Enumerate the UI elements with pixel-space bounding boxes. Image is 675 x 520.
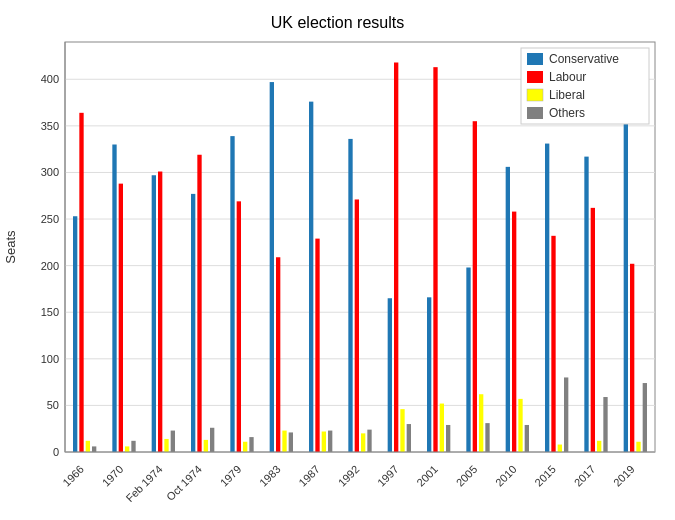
svg-rect-85 (584, 157, 588, 452)
svg-rect-102 (527, 89, 543, 101)
svg-text:300: 300 (41, 166, 59, 178)
chart-container: UK election results 05010015020025030035… (0, 0, 675, 520)
svg-text:Feb 1974: Feb 1974 (123, 463, 164, 504)
svg-rect-66 (433, 67, 437, 452)
svg-rect-87 (597, 441, 601, 452)
svg-text:Conservative: Conservative (549, 52, 619, 66)
svg-text:200: 200 (41, 260, 59, 272)
svg-rect-58 (367, 430, 371, 452)
svg-rect-62 (400, 409, 404, 452)
svg-text:2019: 2019 (611, 463, 637, 489)
svg-rect-52 (322, 432, 326, 453)
svg-text:2010: 2010 (493, 463, 519, 489)
svg-rect-42 (243, 442, 247, 452)
svg-text:1992: 1992 (336, 463, 362, 489)
svg-text:2015: 2015 (532, 463, 558, 489)
svg-text:Labour: Labour (549, 70, 586, 84)
svg-rect-65 (427, 297, 431, 452)
svg-text:1970: 1970 (100, 463, 126, 489)
svg-rect-43 (249, 437, 253, 452)
svg-rect-90 (624, 112, 628, 452)
svg-text:1983: 1983 (257, 463, 283, 489)
svg-rect-28 (131, 441, 135, 452)
svg-text:Seats: Seats (3, 230, 18, 264)
svg-rect-91 (630, 264, 634, 452)
svg-rect-22 (86, 441, 90, 452)
svg-rect-81 (551, 236, 555, 452)
svg-text:150: 150 (41, 306, 59, 318)
svg-rect-51 (315, 239, 319, 452)
svg-rect-104 (527, 107, 543, 119)
svg-rect-77 (518, 399, 522, 452)
svg-rect-92 (636, 442, 640, 452)
svg-rect-75 (506, 167, 510, 452)
svg-rect-31 (158, 172, 162, 452)
svg-rect-47 (282, 431, 286, 452)
svg-rect-67 (440, 404, 444, 452)
svg-text:400: 400 (41, 73, 59, 85)
svg-rect-83 (564, 377, 568, 452)
svg-text:1987: 1987 (296, 463, 322, 489)
svg-text:2005: 2005 (454, 463, 480, 489)
svg-rect-100 (527, 71, 543, 83)
svg-rect-98 (527, 53, 543, 65)
svg-rect-63 (407, 424, 411, 452)
svg-rect-38 (210, 428, 214, 452)
svg-rect-72 (479, 394, 483, 452)
svg-rect-80 (545, 144, 549, 452)
svg-rect-21 (79, 113, 83, 452)
svg-rect-68 (446, 425, 450, 452)
svg-rect-61 (394, 63, 398, 453)
svg-rect-26 (119, 184, 123, 452)
svg-rect-23 (92, 446, 96, 452)
svg-rect-35 (191, 194, 195, 452)
svg-rect-32 (164, 439, 168, 452)
svg-rect-78 (525, 425, 529, 452)
svg-text:350: 350 (41, 120, 59, 132)
svg-text:2017: 2017 (572, 463, 598, 489)
svg-rect-27 (125, 446, 129, 452)
svg-text:1997: 1997 (375, 463, 401, 489)
svg-rect-41 (237, 201, 241, 452)
svg-text:2001: 2001 (414, 463, 440, 489)
svg-text:250: 250 (41, 213, 59, 225)
svg-rect-25 (112, 145, 116, 453)
svg-text:Oct 1974: Oct 1974 (164, 463, 204, 503)
svg-rect-93 (643, 383, 647, 452)
svg-rect-71 (473, 121, 477, 452)
svg-rect-36 (197, 155, 201, 452)
svg-rect-53 (328, 431, 332, 452)
chart-title: UK election results (0, 0, 675, 32)
svg-rect-70 (466, 268, 470, 453)
svg-rect-82 (558, 445, 562, 452)
svg-text:1979: 1979 (218, 463, 244, 489)
chart-svg: 050100150200250300350400Seats19661970Feb… (0, 32, 675, 520)
svg-rect-33 (171, 431, 175, 452)
svg-rect-37 (204, 440, 208, 452)
svg-rect-60 (388, 298, 392, 452)
svg-rect-56 (355, 199, 359, 452)
svg-rect-45 (270, 82, 274, 452)
svg-rect-30 (152, 175, 156, 452)
svg-text:100: 100 (41, 353, 59, 365)
svg-text:50: 50 (47, 399, 59, 411)
svg-rect-46 (276, 257, 280, 452)
svg-rect-88 (603, 397, 607, 452)
svg-rect-40 (230, 136, 234, 452)
svg-rect-20 (73, 216, 77, 452)
svg-rect-50 (309, 102, 313, 452)
svg-rect-55 (348, 139, 352, 452)
svg-text:Others: Others (549, 106, 585, 120)
svg-rect-86 (591, 208, 595, 452)
svg-rect-57 (361, 433, 365, 452)
svg-rect-76 (512, 212, 516, 452)
svg-text:0: 0 (53, 446, 59, 458)
svg-text:1966: 1966 (60, 463, 86, 489)
svg-rect-48 (289, 432, 293, 452)
svg-text:Liberal: Liberal (549, 88, 585, 102)
svg-rect-73 (485, 423, 489, 452)
